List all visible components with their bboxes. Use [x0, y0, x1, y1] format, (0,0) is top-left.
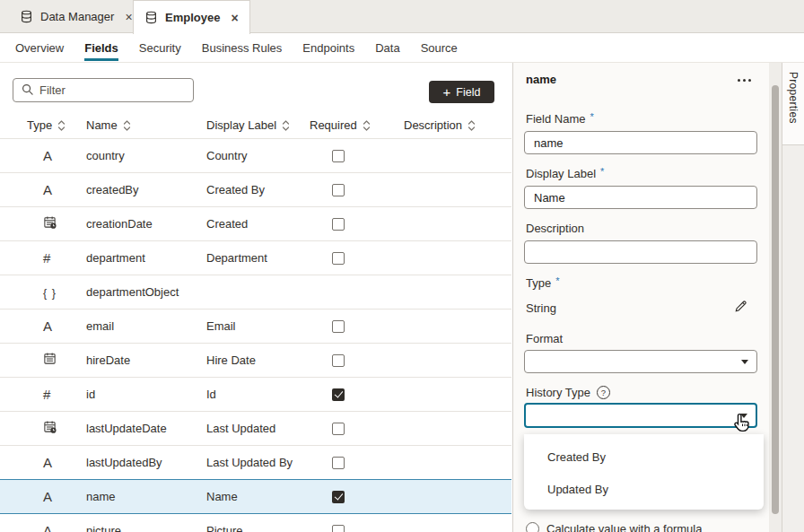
datetime-type-icon — [43, 420, 57, 437]
nav-tab-endpoints[interactable]: Endpoints — [302, 34, 354, 62]
dropdown-option-updated-by[interactable]: Updated By — [524, 473, 764, 505]
table-row[interactable]: A email Email — [0, 309, 511, 343]
nav-tab-data[interactable]: Data — [375, 34, 399, 62]
chevron-down-icon — [741, 360, 748, 364]
table-row[interactable]: lastUpdateDate Last Updated — [0, 411, 511, 445]
history-type-label: History Type? — [526, 386, 610, 399]
required-checkbox[interactable] — [332, 491, 345, 503]
radio-icon[interactable] — [526, 522, 539, 532]
window-tab-bar: Data Manager × Employee × — [0, 0, 804, 33]
table-row[interactable]: # department Department — [0, 240, 511, 275]
display-label-label: Display Label* — [526, 167, 604, 180]
field-name-label: Field Name* — [526, 112, 594, 126]
sort-icon[interactable] — [468, 120, 476, 131]
string-type-icon: A — [43, 182, 52, 198]
edit-pencil-icon[interactable] — [734, 300, 747, 317]
nav-tab-source[interactable]: Source — [421, 34, 458, 62]
nav-tab-overview[interactable]: Overview — [15, 34, 64, 62]
string-type-icon: A — [43, 148, 52, 164]
table-row[interactable]: A createdBy Created By — [0, 172, 511, 206]
format-select[interactable] — [524, 350, 757, 373]
type-label: Type* — [526, 276, 559, 290]
help-icon[interactable]: ? — [597, 386, 610, 399]
scrollbar-thumb[interactable] — [772, 85, 779, 514]
properties-strip-tab[interactable]: Properties — [782, 63, 804, 145]
display-label-cell: Hire Date — [206, 353, 310, 367]
type-value: String — [526, 301, 556, 315]
tab-employee[interactable]: Employee × — [133, 0, 250, 34]
overflow-menu-icon[interactable] — [738, 79, 751, 82]
tab-data-manager[interactable]: Data Manager × — [9, 0, 144, 33]
field-name-cell: lastUpdateDate — [86, 422, 206, 435]
properties-strip-label: Properties — [787, 72, 800, 144]
add-field-button[interactable]: + Field — [429, 81, 494, 103]
nav-tab-business-rules[interactable]: Business Rules — [202, 34, 283, 62]
nav-tab-bar: OverviewFieldsSecurityBusiness RulesEndp… — [0, 34, 804, 63]
table-row[interactable]: # id Id — [0, 377, 511, 411]
field-name-cell: createdBy — [86, 183, 206, 196]
table-row[interactable]: creationDate Created — [0, 206, 511, 240]
required-checkbox[interactable] — [332, 150, 345, 162]
table-row[interactable]: A picture Picture — [0, 513, 511, 532]
table-row[interactable]: A lastUpdatedBy Last Updated By — [0, 445, 511, 479]
table-row[interactable]: A country Country — [0, 138, 511, 172]
field-name-cell: country — [86, 149, 206, 162]
required-checkbox[interactable] — [332, 252, 345, 265]
filter-input[interactable] — [39, 83, 193, 97]
required-checkbox[interactable] — [332, 354, 345, 367]
chevron-down-icon — [740, 414, 747, 418]
display-label-cell: Last Updated — [206, 422, 310, 435]
required-checkbox[interactable] — [332, 525, 345, 532]
close-icon[interactable]: × — [231, 12, 238, 24]
column-header-required: Required — [310, 118, 357, 132]
object-type-icon: { } — [43, 284, 57, 301]
number-type-icon: # — [43, 250, 50, 266]
column-header-name: Name — [86, 118, 118, 132]
filter-field[interactable] — [13, 78, 194, 102]
table-row[interactable]: A name Name — [0, 479, 511, 513]
tab-label: Employee — [165, 11, 220, 24]
sort-icon[interactable] — [282, 120, 290, 131]
properties-title: name — [526, 73, 556, 86]
required-asterisk: * — [600, 166, 604, 177]
database-icon — [144, 11, 158, 24]
field-name-cell: creationDate — [86, 217, 206, 231]
table-header: Type Name Display Label Required Descrip… — [0, 112, 511, 138]
table-row[interactable]: { } departmentObject — [0, 275, 511, 309]
calculate-formula-option[interactable]: Calculate value with a formula — [526, 522, 702, 532]
properties-panel: name Field Name* Display Label* Descript… — [512, 63, 782, 532]
database-icon — [20, 10, 33, 23]
date-type-icon — [43, 352, 57, 369]
required-checkbox[interactable] — [332, 423, 345, 435]
plus-icon: + — [443, 85, 451, 99]
display-label-cell: Last Updated By — [206, 456, 310, 469]
scrollbar-track[interactable] — [769, 63, 782, 532]
sort-icon[interactable] — [123, 120, 131, 131]
required-checkbox[interactable] — [332, 457, 345, 469]
nav-tab-security[interactable]: Security — [139, 34, 181, 62]
description-input[interactable] — [524, 240, 757, 264]
field-name-cell: departmentObject — [86, 285, 206, 299]
display-label-cell: Department — [206, 251, 310, 265]
display-label-cell: Picture — [206, 524, 310, 532]
table-body: A country Country A createdBy Created By… — [0, 138, 511, 532]
string-type-icon: A — [43, 489, 52, 505]
dropdown-option-created-by[interactable]: Created By — [524, 440, 764, 473]
required-checkbox[interactable] — [332, 184, 345, 196]
history-type-dropdown: Created ByUpdated By — [524, 434, 764, 510]
sort-icon[interactable] — [363, 120, 371, 131]
display-label-input[interactable] — [524, 186, 757, 209]
field-name-input[interactable] — [524, 131, 757, 154]
column-header-display-label: Display Label — [206, 118, 276, 132]
required-checkbox[interactable] — [332, 320, 345, 333]
required-checkbox[interactable] — [332, 388, 345, 401]
display-label-cell: Id — [206, 388, 310, 401]
required-checkbox[interactable] — [332, 218, 345, 231]
history-type-select[interactable] — [524, 403, 757, 428]
tab-label: Data Manager — [40, 10, 114, 23]
description-label: Description — [526, 222, 584, 235]
close-icon[interactable]: × — [125, 11, 132, 23]
nav-tab-fields[interactable]: Fields — [84, 34, 118, 62]
table-row[interactable]: hireDate Hire Date — [0, 343, 511, 377]
sort-icon[interactable] — [57, 120, 66, 131]
